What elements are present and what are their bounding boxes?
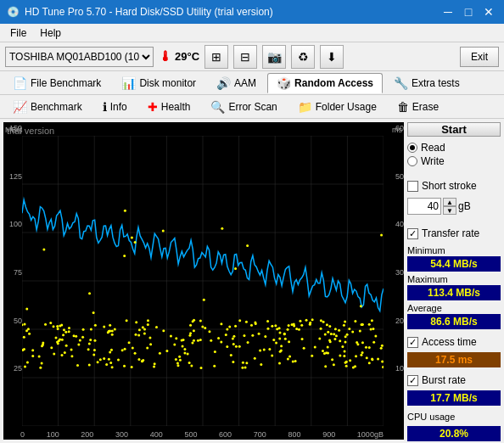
tab-erase[interactable]: 🗑 Erase <box>388 97 448 117</box>
burst-rate-value: 17.7 MB/s <box>407 390 501 406</box>
spin-row: ▲ ▼ gB <box>407 198 501 215</box>
toolbar: TOSHIBA MQ01ABD100 (1000 gB) 🌡 29°C ⊞ ⊟ … <box>0 42 504 71</box>
short-stroke-checkbox-box <box>407 181 418 192</box>
tab-disk-monitor[interactable]: 📊 Disk monitor <box>112 73 205 93</box>
tab-folder-usage[interactable]: 📁 Folder Usage <box>288 97 386 117</box>
read-radio[interactable]: Read <box>407 142 501 154</box>
menu-file[interactable]: File <box>3 25 33 41</box>
tab-benchmark-label: Benchmark <box>31 101 82 113</box>
error-scan-icon: 🔍 <box>210 100 225 114</box>
minimum-label: Minimum <box>407 245 501 255</box>
tab-error-scan[interactable]: 🔍 Error Scan <box>201 97 286 117</box>
tab-random-access-label: Random Access <box>294 77 373 89</box>
write-radio-indicator <box>407 156 417 166</box>
average-label: Average <box>407 303 501 313</box>
tab-row-1: 📄 File Benchmark 📊 Disk monitor 🔊 AAM 🎲 … <box>0 71 504 95</box>
access-time-checkbox-box: ✓ <box>407 337 418 348</box>
icon-btn-1[interactable]: ⊞ <box>204 45 228 69</box>
title-bar: 💿 HD Tune Pro 5.70 - Hard Disk/SSD Utili… <box>0 0 504 24</box>
maximum-value: 113.4 MB/s <box>407 285 501 300</box>
stats-block: Minimum 54.4 MB/s Maximum 113.4 MB/s Ave… <box>407 245 501 332</box>
erase-icon: 🗑 <box>397 100 409 114</box>
tab-info[interactable]: ℹ Info <box>93 97 137 117</box>
tab-file-benchmark-label: File Benchmark <box>31 77 101 89</box>
short-stroke-checkbox[interactable]: Short stroke <box>407 180 501 192</box>
chart-area: MB/s ms trial version 150 125 100 75 50 … <box>3 122 404 440</box>
temperature-display: 🌡 29°C <box>159 49 199 64</box>
access-time-label: Access time <box>422 336 477 348</box>
health-icon: ✚ <box>148 100 158 114</box>
disk-monitor-icon: 📊 <box>121 76 136 90</box>
short-stroke-label: Short stroke <box>422 180 477 192</box>
tab-erase-label: Erase <box>412 101 439 113</box>
write-radio[interactable]: Write <box>407 155 501 167</box>
transfer-rate-checkbox-box: ✓ <box>407 228 418 239</box>
camera-icon-btn[interactable]: 📷 <box>262 45 286 69</box>
minimize-button[interactable]: ─ <box>440 3 456 20</box>
tab-row-2: 📈 Benchmark ℹ Info ✚ Health 🔍 Error Scan… <box>0 95 504 119</box>
tab-file-benchmark[interactable]: 📄 File Benchmark <box>3 73 110 93</box>
transfer-rate-checkbox[interactable]: ✓ Transfer rate <box>407 227 501 239</box>
tab-health[interactable]: ✚ Health <box>138 97 200 117</box>
minimum-value: 54.4 MB/s <box>407 256 501 272</box>
close-button[interactable]: ✕ <box>480 3 497 20</box>
write-radio-label: Write <box>421 155 445 167</box>
extra-tests-icon: 🔧 <box>394 76 408 90</box>
main-content: MB/s ms trial version 150 125 100 75 50 … <box>0 119 504 443</box>
benchmark-icon: 📈 <box>13 100 27 114</box>
access-time-checkbox[interactable]: ✓ Access time <box>407 336 501 348</box>
tab-extra-tests[interactable]: 🔧 Extra tests <box>384 73 469 93</box>
start-button[interactable]: Start <box>407 122 501 137</box>
maximize-button[interactable]: □ <box>460 3 477 20</box>
burst-rate-checkbox[interactable]: ✓ Burst rate <box>407 374 501 386</box>
menu-bar: File Help <box>0 24 504 42</box>
thermometer-icon: 🌡 <box>159 49 172 64</box>
y-axis-left: 150 125 100 75 50 25 <box>3 122 22 423</box>
burst-rate-checkbox-box: ✓ <box>407 375 418 386</box>
temperature-value: 29°C <box>175 50 199 63</box>
spin-unit: gB <box>458 200 471 212</box>
random-access-icon: 🎲 <box>277 76 291 90</box>
tab-folder-usage-label: Folder Usage <box>316 101 377 113</box>
info-icon: ℹ <box>103 100 107 114</box>
icon-btn-4[interactable]: ♻ <box>291 45 315 69</box>
read-radio-indicator <box>407 143 417 153</box>
maximum-label: Maximum <box>407 274 501 284</box>
tab-extra-tests-label: Extra tests <box>412 77 460 89</box>
y-axis-right: 60 50 40 30 20 10 <box>384 122 404 423</box>
x-axis: 0 100 200 300 400 500 600 700 800 900 10… <box>20 429 384 440</box>
exit-button[interactable]: Exit <box>460 47 499 67</box>
menu-help[interactable]: Help <box>33 25 68 41</box>
tab-aam-label: AAM <box>234 77 256 89</box>
transfer-rate-label: Transfer rate <box>422 227 479 239</box>
chart-watermark: trial version <box>7 126 54 136</box>
right-panel: Start Read Write Short stroke ▲ ▼ gB <box>404 119 504 443</box>
chart-canvas <box>22 136 384 426</box>
icon-btn-5[interactable]: ⬇ <box>320 45 344 69</box>
spin-input[interactable] <box>407 198 441 215</box>
aam-icon: 🔊 <box>216 76 231 90</box>
drive-select[interactable]: TOSHIBA MQ01ABD100 (1000 gB) <box>5 47 154 67</box>
file-benchmark-icon: 📄 <box>13 76 27 90</box>
tab-health-label: Health <box>161 101 191 113</box>
read-write-radio-group: Read Write <box>407 142 501 167</box>
tab-random-access[interactable]: 🎲 Random Access <box>267 73 383 93</box>
icon-btn-2[interactable]: ⊟ <box>233 45 257 69</box>
app-icon: 💿 <box>7 6 20 18</box>
tab-aam[interactable]: 🔊 AAM <box>207 73 266 93</box>
spin-buttons: ▲ ▼ <box>443 198 456 215</box>
tab-info-label: Info <box>110 101 127 113</box>
burst-rate-label: Burst rate <box>422 374 466 386</box>
tab-disk-monitor-label: Disk monitor <box>139 77 196 89</box>
cpu-usage-value: 20.8% <box>407 426 501 441</box>
read-radio-label: Read <box>421 142 445 154</box>
tab-benchmark[interactable]: 📈 Benchmark <box>3 97 92 117</box>
average-value: 86.6 MB/s <box>407 314 501 329</box>
cpu-usage-label: CPU usage <box>407 412 501 422</box>
folder-usage-icon: 📁 <box>298 100 312 114</box>
access-time-value: 17.5 ms <box>407 352 501 367</box>
spin-down-button[interactable]: ▼ <box>443 206 456 215</box>
window-title: HD Tune Pro 5.70 - Hard Disk/SSD Utility… <box>25 6 273 18</box>
window-controls: ─ □ ✕ <box>440 3 497 20</box>
spin-up-button[interactable]: ▲ <box>443 198 456 206</box>
